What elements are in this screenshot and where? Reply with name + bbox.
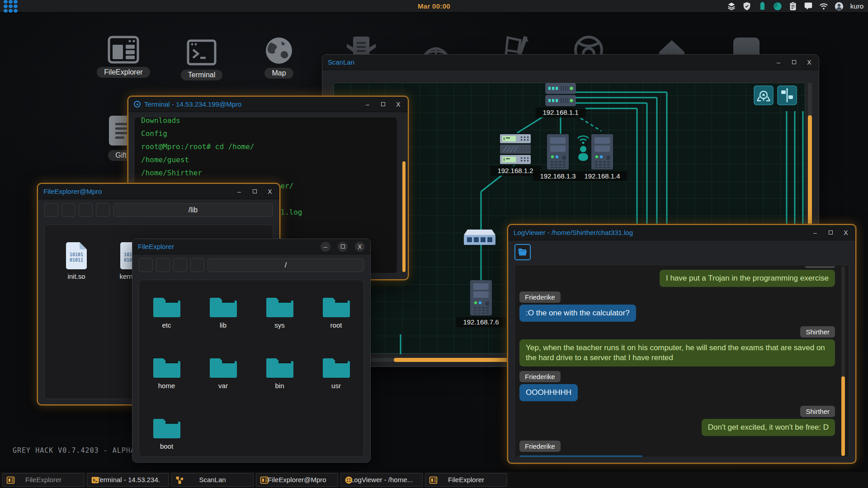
folder-item-lib[interactable]: lib — [195, 289, 251, 350]
pie-icon[interactable] — [773, 1, 783, 11]
chat-name-pill: Shirther — [800, 326, 835, 338]
forward-button[interactable] — [156, 258, 170, 272]
folder-item-etc[interactable]: etc — [139, 289, 195, 350]
taskbar-item-label: LogViewer - /home... — [350, 476, 413, 483]
desktop-icon-fileexplorer[interactable]: FileExplorer — [87, 35, 160, 78]
folder-item-label: etc — [162, 321, 171, 329]
map-desktop-icon — [262, 36, 296, 65]
home-button[interactable] — [96, 203, 110, 217]
maximize-button[interactable] — [379, 100, 387, 108]
terminal-titlebar[interactable]: Terminal - 14.53.234.199@Mpro – X — [128, 97, 408, 112]
folder-item-home[interactable]: home — [139, 350, 195, 410]
desktop-icon-terminal[interactable]: Terminal — [165, 38, 238, 80]
scanlan-title: ScanLan — [328, 58, 354, 66]
file-item[interactable]: 10101 01011init.so — [49, 242, 104, 280]
taskbar-item-label: FileExplorer@Mpro — [268, 476, 326, 483]
back-button[interactable] — [139, 258, 153, 272]
fileexplorer-titlebar[interactable]: FileExplorer – X — [132, 239, 370, 254]
device-computer[interactable] — [470, 280, 492, 315]
forward-button[interactable] — [61, 203, 75, 217]
desktop-icon-map[interactable]: Map — [243, 36, 315, 79]
close-button[interactable]: X — [842, 229, 850, 237]
taskbar-item-fileexplorer[interactable]: FileExplorer — [2, 473, 85, 487]
file-item-label: init.so — [67, 272, 85, 280]
clipboard-icon[interactable] — [788, 1, 798, 11]
maximize-button[interactable] — [250, 188, 259, 196]
fileexplorer-mpro-title: FileExplorer@Mpro — [43, 188, 102, 195]
svg-text:192.168.1.1: 192.168.1.1 — [542, 108, 578, 116]
device-computer[interactable] — [591, 134, 613, 169]
up-button[interactable] — [79, 203, 93, 217]
layers-icon[interactable] — [726, 1, 736, 11]
path-field[interactable]: / — [208, 258, 364, 272]
taskbar-item-fileexplorer-mpro[interactable]: FileExplorer@Mpro — [256, 473, 338, 487]
minimize-button[interactable]: – — [363, 100, 372, 108]
folder-item-bin[interactable]: bin — [251, 350, 308, 410]
home-button[interactable] — [190, 258, 204, 272]
terminal-scrollbar-thumb[interactable] — [402, 161, 406, 272]
device-router[interactable] — [546, 83, 576, 106]
taskbar-item-scanlan[interactable]: ScanLan — [171, 473, 254, 487]
taskbar-item-logviewer-home-[interactable]: LogViewer - /home... — [340, 473, 423, 487]
terminal-line: /home/Shirther — [141, 166, 391, 179]
open-folder-icon — [517, 247, 528, 258]
chat-bubble-cut — [519, 455, 642, 457]
maximize-button[interactable] — [826, 229, 835, 237]
chat-bubble: :O the one with the calculator? — [519, 305, 636, 322]
logviewer-title: LogViewer - /home/Shirther/chat331.log — [514, 229, 633, 236]
fileexplorer-mpro-titlebar[interactable]: FileExplorer@Mpro – X — [38, 184, 279, 199]
folder-item-usr[interactable]: usr — [308, 350, 364, 410]
fileexplorer-title: FileExplorer — [138, 243, 174, 250]
logviewer-titlebar[interactable]: LogViewer - /home/Shirther/chat331.log –… — [508, 225, 855, 240]
scanlan-titlebar[interactable]: ScanLan – X — [322, 55, 819, 70]
chat-icon[interactable] — [803, 1, 813, 11]
terminal-line: Downloads — [141, 117, 391, 127]
folder-item-boot[interactable]: boot — [139, 410, 195, 457]
device-rack-server[interactable] — [500, 134, 531, 164]
close-button[interactable]: X — [394, 100, 402, 108]
logviewer-scrollbar-thumb[interactable] — [841, 376, 845, 456]
terminal-app-icon — [134, 101, 141, 108]
up-button[interactable] — [173, 258, 187, 272]
avatar-icon[interactable] — [834, 1, 844, 11]
minimize-button[interactable]: – — [811, 229, 819, 237]
chat-bubble: I have put a Trojan in the programming e… — [660, 270, 835, 287]
back-button[interactable] — [44, 203, 58, 217]
path-field[interactable]: /lib — [113, 203, 273, 217]
maximize-button[interactable] — [790, 58, 798, 66]
minimize-button[interactable]: – — [235, 188, 243, 196]
svg-text:192.168.7.6: 192.168.7.6 — [463, 318, 499, 326]
device-computer[interactable] — [547, 134, 569, 169]
close-button[interactable]: X — [266, 188, 274, 196]
minimize-button[interactable]: – — [321, 242, 330, 252]
window-fileexplorer[interactable]: FileExplorer – X / etc lib sys root home… — [132, 239, 371, 463]
close-button[interactable]: X — [805, 58, 813, 66]
robot-scan-button[interactable] — [754, 86, 773, 105]
battery-icon[interactable] — [757, 1, 767, 11]
file-explorer-icon — [259, 475, 269, 485]
terminal-line: Config — [141, 127, 391, 140]
taskbar-item-terminal-14-53-234-[interactable]: Terminal - 14.53.234... — [87, 473, 169, 487]
window-logviewer[interactable]: LogViewer - /home/Shirther/chat331.log –… — [507, 224, 856, 464]
terminal-line: /home/guest — [141, 153, 391, 166]
version-text: GREY HACK V0.7.4203 - ALPHA — [13, 446, 135, 455]
folder-item-root[interactable]: root — [308, 289, 364, 350]
folder-item-label: root — [330, 321, 342, 329]
desktop-icon-label: Map — [264, 68, 293, 79]
wifi-icon[interactable] — [819, 1, 829, 11]
open-file-button[interactable] — [514, 244, 531, 260]
device-switch[interactable] — [464, 230, 495, 245]
maximize-button[interactable] — [338, 242, 348, 252]
shield-icon[interactable] — [742, 1, 752, 11]
file-explorer-desktop-icon — [107, 35, 140, 64]
folder-item-var[interactable]: var — [195, 350, 251, 410]
folder-item-label: lib — [220, 321, 226, 329]
minimize-button[interactable]: – — [774, 58, 783, 66]
sign-filter-button[interactable] — [778, 86, 797, 105]
folder-item-label: var — [218, 382, 228, 389]
folder-item-sys[interactable]: sys — [251, 289, 308, 350]
close-button[interactable]: X — [355, 242, 365, 252]
taskbar-item-fileexplorer[interactable]: FileExplorer — [425, 473, 507, 487]
chat-name-pill: Friederike — [519, 441, 561, 452]
desktop-icon-label: FileExplorer — [97, 67, 150, 78]
